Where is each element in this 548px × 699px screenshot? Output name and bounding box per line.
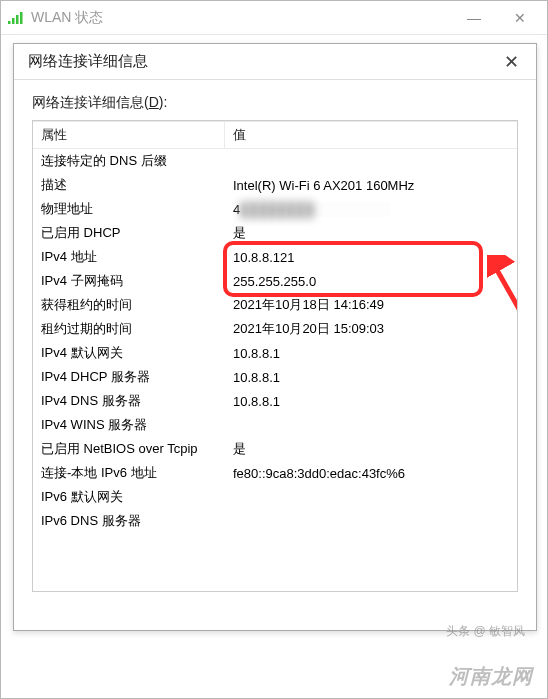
table-row[interactable]: IPv4 地址10.8.8.121 [33,245,517,269]
property-cell: 已启用 NetBIOS over Tcpip [33,440,225,458]
dialog-title: 网络连接详细信息 [28,52,496,71]
details-list[interactable]: 属性 值 连接特定的 DNS 后缀描述Intel(R) Wi-Fi 6 AX20… [32,120,518,592]
property-cell: IPv4 WINS 服务器 [33,416,225,434]
svg-rect-1 [12,18,15,24]
value-cell: 255.255.255.0 [225,274,517,289]
value-cell: 10.8.8.1 [225,346,517,361]
property-cell: IPv4 子网掩码 [33,272,225,290]
value-cell: 2021年10月20日 15:09:03 [225,320,517,338]
column-header-value[interactable]: 值 [225,122,517,148]
property-cell: IPv4 默认网关 [33,344,225,362]
value-cell: 是 [225,224,517,242]
dialog-content: 网络连接详细信息(D): 属性 值 连接特定的 DNS 后缀描述Intel(R)… [14,80,536,602]
property-cell: IPv6 默认网关 [33,488,225,506]
value-cell: fe80::9ca8:3dd0:edac:43fc%6 [225,466,517,481]
table-row[interactable]: 连接-本地 IPv6 地址fe80::9ca8:3dd0:edac:43fc%6 [33,461,517,485]
table-row[interactable]: IPv4 WINS 服务器 [33,413,517,437]
value-cell: 10.8.8.1 [225,370,517,385]
table-row[interactable]: 已启用 NetBIOS over Tcpip是 [33,437,517,461]
dialog-close-button[interactable]: ✕ [496,47,526,77]
outer-window: WLAN 状态 — ✕ 网络连接详细信息 ✕ 网络连接详细信息(D): 属性 值… [0,0,548,699]
details-body: 连接特定的 DNS 后缀描述Intel(R) Wi-Fi 6 AX201 160… [33,149,517,533]
value-cell: 2021年10月18日 14:16:49 [225,296,517,314]
property-cell: IPv4 DNS 服务器 [33,392,225,410]
wifi-icon [7,11,25,25]
table-row[interactable]: IPv6 DNS 服务器 [33,509,517,533]
table-row[interactable]: 物理地址4████████ [33,197,517,221]
value-cell: Intel(R) Wi-Fi 6 AX201 160MHz [225,178,517,193]
table-row[interactable]: 租约过期的时间2021年10月20日 15:09:03 [33,317,517,341]
table-row[interactable]: 描述Intel(R) Wi-Fi 6 AX201 160MHz [33,173,517,197]
outer-titlebar[interactable]: WLAN 状态 — ✕ [1,1,547,35]
table-row[interactable]: IPv4 DNS 服务器10.8.8.1 [33,389,517,413]
svg-rect-2 [16,15,19,24]
table-row[interactable]: IPv4 DHCP 服务器10.8.8.1 [33,365,517,389]
section-label: 网络连接详细信息(D): [32,94,518,112]
minimize-button[interactable]: — [451,1,497,34]
table-row[interactable]: 已启用 DHCP是 [33,221,517,245]
table-row[interactable]: IPv4 默认网关10.8.8.1 [33,341,517,365]
value-cell: 4████████ [225,202,517,217]
property-cell: 获得租约的时间 [33,296,225,314]
property-cell: 连接特定的 DNS 后缀 [33,152,225,170]
property-cell: IPv4 地址 [33,248,225,266]
property-cell: 物理地址 [33,200,225,218]
details-header-row: 属性 值 [33,121,517,149]
property-cell: 描述 [33,176,225,194]
value-cell: 10.8.8.121 [225,250,517,265]
dialog-titlebar[interactable]: 网络连接详细信息 ✕ [14,44,536,80]
property-cell: 租约过期的时间 [33,320,225,338]
table-row[interactable]: 连接特定的 DNS 后缀 [33,149,517,173]
details-dialog: 网络连接详细信息 ✕ 网络连接详细信息(D): 属性 值 连接特定的 DNS 后… [13,43,537,631]
property-cell: 已启用 DHCP [33,224,225,242]
property-cell: 连接-本地 IPv6 地址 [33,464,225,482]
column-header-property[interactable]: 属性 [33,122,225,148]
value-cell: 10.8.8.1 [225,394,517,409]
watermark-text: 头条 @ 敏智风 [446,623,525,640]
titlebar-controls: — ✕ [451,1,543,34]
property-cell: IPv6 DNS 服务器 [33,512,225,530]
svg-rect-0 [8,21,11,24]
outer-window-title: WLAN 状态 [31,9,451,27]
watermark-logo: 河南龙网 [449,663,533,690]
table-row[interactable]: 获得租约的时间2021年10月18日 14:16:49 [33,293,517,317]
table-row[interactable]: IPv4 子网掩码255.255.255.0 [33,269,517,293]
close-button[interactable]: ✕ [497,1,543,34]
table-row[interactable]: IPv6 默认网关 [33,485,517,509]
value-cell: 是 [225,440,517,458]
property-cell: IPv4 DHCP 服务器 [33,368,225,386]
svg-rect-3 [20,12,23,24]
